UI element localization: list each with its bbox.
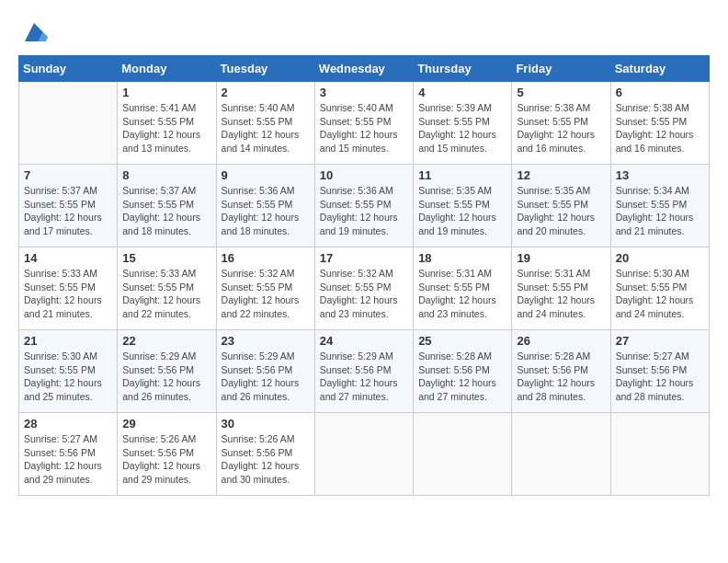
- column-header-saturday: Saturday: [610, 56, 709, 82]
- day-number: 2: [222, 86, 310, 99]
- day-info: Sunrise: 5:40 AMSunset: 5:55 PMDaylight:…: [222, 101, 310, 155]
- calendar-week-row: 28Sunrise: 5:27 AMSunset: 5:56 PMDayligh…: [19, 413, 710, 496]
- day-number: 15: [122, 251, 210, 265]
- calendar-day-cell: 12Sunrise: 5:35 AMSunset: 5:55 PMDayligh…: [512, 165, 610, 247]
- day-info: Sunrise: 5:30 AMSunset: 5:55 PMDaylight:…: [616, 267, 704, 321]
- day-info: Sunrise: 5:34 AMSunset: 5:55 PMDaylight:…: [616, 184, 704, 238]
- calendar-day-cell: 3Sunrise: 5:40 AMSunset: 5:55 PMDaylight…: [314, 82, 413, 165]
- day-info: Sunrise: 5:37 AMSunset: 5:55 PMDaylight:…: [122, 184, 210, 238]
- day-number: 17: [320, 251, 408, 265]
- calendar-day-cell: [314, 413, 413, 496]
- calendar-day-cell: 23Sunrise: 5:29 AMSunset: 5:56 PMDayligh…: [216, 330, 314, 413]
- calendar-day-cell: 30Sunrise: 5:26 AMSunset: 5:56 PMDayligh…: [216, 413, 314, 496]
- day-number: 21: [24, 334, 112, 348]
- calendar-week-row: 1Sunrise: 5:41 AMSunset: 5:55 PMDaylight…: [19, 82, 710, 165]
- calendar-day-cell: 8Sunrise: 5:37 AMSunset: 5:55 PMDaylight…: [118, 165, 216, 247]
- calendar-day-cell: 9Sunrise: 5:36 AMSunset: 5:55 PMDaylight…: [216, 165, 314, 247]
- day-info: Sunrise: 5:28 AMSunset: 5:56 PMDaylight:…: [418, 350, 506, 404]
- day-number: 16: [222, 251, 310, 265]
- day-info: Sunrise: 5:27 AMSunset: 5:56 PMDaylight:…: [24, 432, 112, 487]
- day-number: 13: [616, 168, 704, 182]
- day-number: 8: [122, 168, 210, 182]
- calendar-day-cell: 28Sunrise: 5:27 AMSunset: 5:56 PMDayligh…: [19, 413, 118, 496]
- day-number: 18: [418, 251, 506, 265]
- day-number: 23: [222, 334, 310, 348]
- day-info: Sunrise: 5:29 AMSunset: 5:56 PMDaylight:…: [320, 350, 408, 404]
- calendar-day-cell: 7Sunrise: 5:37 AMSunset: 5:55 PMDaylight…: [19, 165, 118, 247]
- day-info: Sunrise: 5:26 AMSunset: 5:56 PMDaylight:…: [222, 432, 310, 487]
- calendar-day-cell: 24Sunrise: 5:29 AMSunset: 5:56 PMDayligh…: [314, 330, 413, 413]
- day-number: 28: [24, 417, 112, 431]
- calendar-day-cell: 14Sunrise: 5:33 AMSunset: 5:55 PMDayligh…: [19, 247, 118, 330]
- calendar-week-row: 14Sunrise: 5:33 AMSunset: 5:55 PMDayligh…: [19, 247, 710, 330]
- day-number: 6: [616, 86, 704, 99]
- calendar-day-cell: [512, 413, 610, 496]
- day-info: Sunrise: 5:26 AMSunset: 5:56 PMDaylight:…: [122, 432, 210, 487]
- day-info: Sunrise: 5:32 AMSunset: 5:55 PMDaylight:…: [222, 267, 310, 321]
- day-number: 30: [222, 417, 310, 431]
- column-header-wednesday: Wednesday: [314, 56, 413, 82]
- day-info: Sunrise: 5:36 AMSunset: 5:55 PMDaylight:…: [222, 184, 310, 238]
- day-number: 20: [616, 251, 704, 265]
- calendar-day-cell: 13Sunrise: 5:34 AMSunset: 5:55 PMDayligh…: [610, 165, 709, 247]
- day-info: Sunrise: 5:31 AMSunset: 5:55 PMDaylight:…: [517, 267, 605, 321]
- calendar-day-cell: 17Sunrise: 5:32 AMSunset: 5:55 PMDayligh…: [314, 247, 413, 330]
- day-number: 24: [320, 334, 408, 348]
- day-number: 27: [616, 334, 704, 348]
- day-number: 1: [122, 86, 210, 99]
- calendar-day-cell: 25Sunrise: 5:28 AMSunset: 5:56 PMDayligh…: [414, 330, 512, 413]
- column-header-monday: Monday: [118, 56, 216, 82]
- day-info: Sunrise: 5:27 AMSunset: 5:56 PMDaylight:…: [616, 350, 704, 404]
- day-number: 22: [122, 334, 210, 348]
- calendar-day-cell: 27Sunrise: 5:27 AMSunset: 5:56 PMDayligh…: [610, 330, 709, 413]
- calendar-day-cell: 21Sunrise: 5:30 AMSunset: 5:55 PMDayligh…: [19, 330, 118, 413]
- logo-icon: [20, 18, 48, 46]
- column-header-thursday: Thursday: [414, 56, 512, 82]
- day-number: 7: [24, 168, 112, 182]
- calendar-day-cell: 4Sunrise: 5:39 AMSunset: 5:55 PMDaylight…: [414, 82, 512, 165]
- day-number: 4: [418, 86, 506, 99]
- calendar-day-cell: 11Sunrise: 5:35 AMSunset: 5:55 PMDayligh…: [414, 165, 512, 247]
- calendar-day-cell: 5Sunrise: 5:38 AMSunset: 5:55 PMDaylight…: [512, 82, 610, 165]
- day-number: 25: [418, 334, 506, 348]
- calendar-day-cell: 22Sunrise: 5:29 AMSunset: 5:56 PMDayligh…: [118, 330, 216, 413]
- day-number: 5: [517, 86, 605, 99]
- day-number: 11: [418, 168, 506, 182]
- calendar-day-cell: 1Sunrise: 5:41 AMSunset: 5:55 PMDaylight…: [118, 82, 216, 165]
- day-number: 3: [320, 86, 408, 99]
- column-header-friday: Friday: [512, 56, 610, 82]
- calendar-day-cell: [19, 82, 118, 165]
- calendar-day-cell: 2Sunrise: 5:40 AMSunset: 5:55 PMDaylight…: [216, 82, 314, 165]
- calendar-week-row: 21Sunrise: 5:30 AMSunset: 5:55 PMDayligh…: [19, 330, 710, 413]
- page-header: [18, 18, 710, 46]
- day-info: Sunrise: 5:33 AMSunset: 5:55 PMDaylight:…: [122, 267, 210, 321]
- day-info: Sunrise: 5:39 AMSunset: 5:55 PMDaylight:…: [418, 101, 506, 155]
- calendar-week-row: 7Sunrise: 5:37 AMSunset: 5:55 PMDaylight…: [19, 165, 710, 247]
- day-info: Sunrise: 5:38 AMSunset: 5:55 PMDaylight:…: [517, 101, 605, 155]
- day-info: Sunrise: 5:29 AMSunset: 5:56 PMDaylight:…: [222, 350, 310, 404]
- calendar-table: SundayMondayTuesdayWednesdayThursdayFrid…: [18, 55, 710, 496]
- calendar-day-cell: 16Sunrise: 5:32 AMSunset: 5:55 PMDayligh…: [216, 247, 314, 330]
- calendar-header-row: SundayMondayTuesdayWednesdayThursdayFrid…: [19, 56, 710, 82]
- calendar-day-cell: 10Sunrise: 5:36 AMSunset: 5:55 PMDayligh…: [314, 165, 413, 247]
- day-info: Sunrise: 5:32 AMSunset: 5:55 PMDaylight:…: [320, 267, 408, 321]
- day-info: Sunrise: 5:28 AMSunset: 5:56 PMDaylight:…: [517, 350, 605, 404]
- day-info: Sunrise: 5:41 AMSunset: 5:55 PMDaylight:…: [122, 101, 210, 155]
- day-number: 10: [320, 168, 408, 182]
- calendar-day-cell: 6Sunrise: 5:38 AMSunset: 5:55 PMDaylight…: [610, 82, 709, 165]
- calendar-day-cell: 15Sunrise: 5:33 AMSunset: 5:55 PMDayligh…: [118, 247, 216, 330]
- day-info: Sunrise: 5:37 AMSunset: 5:55 PMDaylight:…: [24, 184, 112, 238]
- day-info: Sunrise: 5:36 AMSunset: 5:55 PMDaylight:…: [320, 184, 408, 238]
- day-number: 9: [222, 168, 310, 182]
- day-info: Sunrise: 5:40 AMSunset: 5:55 PMDaylight:…: [320, 101, 408, 155]
- day-info: Sunrise: 5:35 AMSunset: 5:55 PMDaylight:…: [418, 184, 506, 238]
- calendar-day-cell: 26Sunrise: 5:28 AMSunset: 5:56 PMDayligh…: [512, 330, 610, 413]
- calendar-day-cell: 29Sunrise: 5:26 AMSunset: 5:56 PMDayligh…: [118, 413, 216, 496]
- day-info: Sunrise: 5:29 AMSunset: 5:56 PMDaylight:…: [122, 350, 210, 404]
- day-info: Sunrise: 5:35 AMSunset: 5:55 PMDaylight:…: [517, 184, 605, 238]
- day-info: Sunrise: 5:38 AMSunset: 5:55 PMDaylight:…: [616, 101, 704, 155]
- calendar-day-cell: [610, 413, 709, 496]
- logo: [18, 18, 48, 46]
- day-info: Sunrise: 5:31 AMSunset: 5:55 PMDaylight:…: [418, 267, 506, 321]
- calendar-day-cell: 19Sunrise: 5:31 AMSunset: 5:55 PMDayligh…: [512, 247, 610, 330]
